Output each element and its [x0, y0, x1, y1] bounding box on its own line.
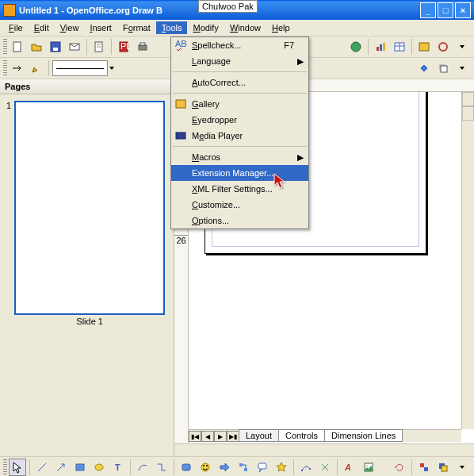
- rect-tool[interactable]: [71, 459, 89, 476]
- arrow-tool[interactable]: [52, 459, 70, 476]
- line-style-select[interactable]: [52, 60, 108, 76]
- minimize-button[interactable]: _: [420, 2, 436, 18]
- svg-rect-24: [182, 464, 190, 470]
- svg-rect-20: [176, 132, 185, 139]
- horizontal-scrollbar[interactable]: [174, 443, 474, 456]
- menu-spellcheck[interactable]: ABC Spellcheck...F7: [171, 37, 308, 53]
- tab-dimension[interactable]: Dimension Lines: [324, 429, 403, 442]
- tools-dropdown: ABC Spellcheck...F7 Language▶ AutoCorrec…: [170, 36, 309, 229]
- text-tool[interactable]: T: [109, 459, 127, 476]
- svg-rect-30: [258, 463, 266, 469]
- svg-rect-36: [420, 463, 424, 467]
- curve-tool[interactable]: [134, 459, 151, 476]
- save-button[interactable]: [47, 38, 64, 56]
- menu-window[interactable]: Window: [224, 21, 266, 34]
- dropdown-icon[interactable]: [109, 67, 114, 70]
- arrange-tool[interactable]: [434, 459, 452, 476]
- menu-file[interactable]: File: [3, 21, 29, 34]
- svg-rect-8: [140, 43, 145, 45]
- flowchart-tool[interactable]: [235, 459, 252, 476]
- line-tool[interactable]: [33, 459, 51, 476]
- svg-rect-29: [244, 468, 247, 471]
- pages-body[interactable]: 1 Slide 1: [0, 94, 174, 456]
- print-button[interactable]: [134, 38, 151, 56]
- maximize-button[interactable]: □: [438, 2, 453, 18]
- glue-tool[interactable]: [316, 459, 334, 476]
- svg-rect-28: [239, 463, 243, 466]
- svg-text:A: A: [344, 463, 351, 472]
- menu-tools[interactable]: Tools: [156, 21, 188, 34]
- align-tool[interactable]: [415, 459, 433, 476]
- symbol-shapes-tool[interactable]: [197, 459, 214, 476]
- menu-gallery[interactable]: Gallery: [171, 96, 308, 112]
- tab-controls[interactable]: Controls: [278, 429, 325, 442]
- menu-insert[interactable]: Insert: [84, 21, 117, 34]
- shadow-button[interactable]: [434, 60, 452, 77]
- callout-tool[interactable]: [254, 459, 271, 476]
- menu-format[interactable]: Format: [117, 21, 156, 34]
- menu-edit[interactable]: Edit: [29, 21, 55, 34]
- svg-rect-21: [76, 464, 84, 470]
- table-button[interactable]: [391, 38, 408, 56]
- toolbar-overflow[interactable]: [453, 60, 471, 77]
- email-button[interactable]: [66, 38, 83, 56]
- points-tool[interactable]: [297, 459, 315, 476]
- toolbar-overflow[interactable]: [453, 38, 471, 56]
- slide-thumbnail[interactable]: [14, 101, 165, 315]
- ellipse-tool[interactable]: [90, 459, 108, 476]
- menu-help[interactable]: Help: [266, 21, 296, 34]
- menu-xml-filter[interactable]: XML Filter Settings...: [171, 181, 308, 197]
- arrow-shapes-tool[interactable]: [216, 459, 233, 476]
- menu-customize[interactable]: Customize...: [171, 197, 308, 213]
- rotate-tool[interactable]: [391, 459, 408, 476]
- menu-media-player[interactable]: Media Player: [171, 128, 308, 144]
- fill-color-button[interactable]: [415, 60, 433, 77]
- svg-rect-10: [377, 47, 379, 51]
- menu-eyedropper[interactable]: Eyedropper: [171, 112, 308, 128]
- vertical-scrollbar[interactable]: [461, 92, 474, 429]
- fontwork-tool[interactable]: A: [341, 459, 358, 476]
- from-file-tool[interactable]: [360, 459, 377, 476]
- navigator-button[interactable]: [434, 38, 452, 56]
- menu-language[interactable]: Language▶: [171, 53, 308, 69]
- menu-autocorrect[interactable]: AutoCorrect...: [171, 75, 308, 90]
- basic-shapes-tool[interactable]: [178, 459, 195, 476]
- toolbar-grip[interactable]: [3, 60, 7, 76]
- export-pdf-button[interactable]: PDF: [115, 38, 132, 56]
- svg-text:T: T: [115, 463, 120, 472]
- select-tool[interactable]: [9, 459, 26, 476]
- svg-rect-32: [309, 468, 311, 470]
- tab-nav-prev[interactable]: ◀: [201, 431, 214, 442]
- tab-nav-next[interactable]: ▶: [214, 431, 227, 442]
- toolbar-overflow[interactable]: [453, 459, 471, 476]
- tab-nav-last[interactable]: ▶▮: [227, 431, 239, 442]
- titlebar: Untitled 1 - OpenOffice.org Draw B Chulw…: [0, 0, 474, 20]
- toolbar-grip[interactable]: [3, 39, 7, 55]
- toolbar-grip[interactable]: [3, 459, 7, 475]
- close-button[interactable]: ×: [455, 2, 471, 18]
- svg-rect-0: [13, 42, 21, 52]
- star-tool[interactable]: [273, 459, 290, 476]
- menu-view[interactable]: View: [55, 21, 85, 34]
- gallery-icon: [174, 98, 187, 110]
- gallery-button[interactable]: [415, 38, 433, 56]
- svg-rect-37: [424, 467, 428, 471]
- menu-modify[interactable]: Modify: [187, 21, 224, 34]
- tab-layout[interactable]: Layout: [239, 429, 279, 442]
- svg-rect-31: [301, 470, 303, 471]
- hyperlink-button[interactable]: [347, 38, 365, 56]
- arrow-style-button[interactable]: [9, 60, 26, 77]
- app-icon: [3, 4, 16, 17]
- media-icon: [174, 129, 187, 142]
- connector-tool[interactable]: [153, 459, 170, 476]
- chart-button[interactable]: [372, 38, 389, 56]
- open-button[interactable]: [28, 38, 45, 56]
- menu-options[interactable]: Options...: [171, 213, 308, 228]
- svg-rect-17: [441, 66, 447, 72]
- pen-tool-button[interactable]: [28, 60, 45, 77]
- menu-extension-manager[interactable]: Extension Manager...: [171, 165, 308, 181]
- new-doc-button[interactable]: [9, 38, 26, 56]
- edit-doc-button[interactable]: [90, 38, 108, 56]
- tab-nav-first[interactable]: ▮◀: [189, 431, 201, 442]
- menu-macros[interactable]: Macros▶: [171, 149, 308, 165]
